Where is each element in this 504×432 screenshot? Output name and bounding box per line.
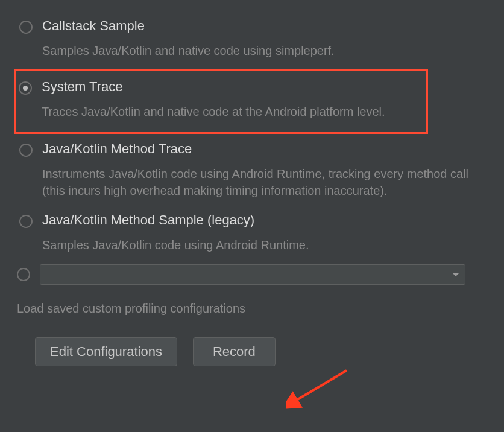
radio-custom-config[interactable]	[17, 268, 30, 281]
chevron-down-icon	[453, 273, 459, 276]
annotation-arrow-icon	[286, 364, 353, 413]
option-content: System Trace Traces Java/Kotlin and nati…	[42, 79, 421, 120]
hint-text: Load saved custom profiling configuratio…	[17, 302, 487, 316]
option-content: Callstack Sample Samples Java/Kotlin and…	[42, 18, 485, 59]
option-title: Callstack Sample	[42, 18, 485, 34]
option-desc: Instruments Java/Kotlin code using Andro…	[42, 165, 485, 199]
radio-system-trace[interactable]	[19, 81, 32, 95]
svg-line-1	[294, 370, 347, 402]
edit-configurations-button[interactable]: Edit Configurations	[35, 337, 177, 366]
record-button[interactable]: Record	[193, 337, 276, 366]
radio-java-method-sample[interactable]	[19, 215, 33, 228]
button-row: Edit Configurations Record	[35, 337, 487, 366]
option-content: Java/Kotlin Method Trace Instruments Jav…	[42, 141, 485, 199]
option-system-trace[interactable]: System Trace Traces Java/Kotlin and nati…	[14, 69, 428, 134]
option-content: Java/Kotlin Method Sample (legacy) Sampl…	[42, 212, 485, 253]
custom-config-dropdown[interactable]	[40, 264, 465, 285]
radio-java-method-trace[interactable]	[19, 144, 33, 157]
radio-callstack-sample[interactable]	[19, 21, 33, 34]
option-java-method-sample[interactable]: Java/Kotlin Method Sample (legacy) Sampl…	[17, 209, 487, 257]
option-desc: Samples Java/Kotlin code using Android R…	[42, 237, 485, 253]
option-title: Java/Kotlin Method Trace	[42, 141, 485, 157]
option-title: Java/Kotlin Method Sample (legacy)	[42, 212, 485, 228]
option-desc: Traces Java/Kotlin and native code at th…	[42, 103, 421, 120]
option-desc: Samples Java/Kotlin and native code usin…	[42, 42, 485, 59]
option-callstack-sample[interactable]: Callstack Sample Samples Java/Kotlin and…	[17, 14, 487, 63]
option-java-method-trace[interactable]: Java/Kotlin Method Trace Instruments Jav…	[17, 138, 487, 203]
custom-config-row	[17, 264, 487, 285]
option-title: System Trace	[42, 79, 421, 95]
